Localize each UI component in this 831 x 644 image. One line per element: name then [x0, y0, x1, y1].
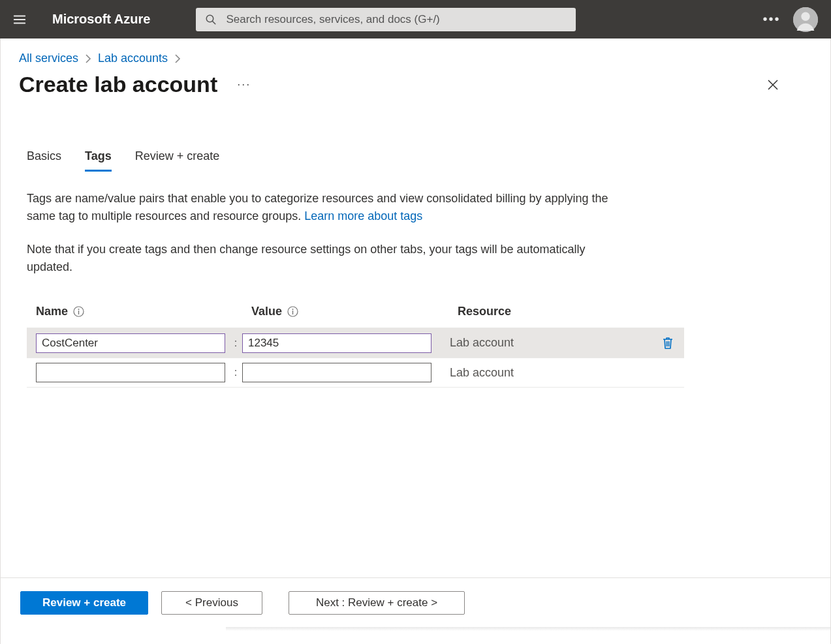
svg-point-3: [801, 12, 809, 20]
more-icon: ···: [237, 78, 251, 91]
svg-point-5: [78, 309, 80, 310]
tab-review[interactable]: Review + create: [135, 149, 220, 172]
delete-tag-button[interactable]: [651, 336, 684, 350]
tabs: Basics Tags Review + create: [1, 97, 830, 172]
close-button[interactable]: [763, 75, 783, 95]
previous-button[interactable]: < Previous: [161, 591, 262, 615]
tag-resource-label: Lab account: [435, 366, 651, 380]
info-icon[interactable]: [73, 306, 84, 317]
page-title: Create lab account: [19, 72, 217, 97]
info-icon[interactable]: [287, 306, 298, 317]
tag-name-input[interactable]: [36, 333, 225, 353]
svg-point-8: [292, 309, 294, 310]
svg-rect-6: [78, 311, 79, 314]
svg-line-1: [213, 21, 216, 24]
tag-resource-label: Lab account: [435, 336, 651, 350]
tab-tags[interactable]: Tags: [85, 149, 112, 172]
tag-row: : Lab account: [27, 328, 684, 358]
hamburger-menu-button[interactable]: [0, 0, 39, 38]
tags-table: Name Value Resource :: [27, 305, 684, 388]
footer-shadow: [226, 627, 830, 631]
breadcrumb-all-services[interactable]: All services: [19, 52, 78, 65]
hamburger-icon: [12, 12, 27, 27]
col-header-name: Name: [36, 305, 68, 318]
trash-icon: [661, 336, 674, 350]
global-search-input[interactable]: [226, 13, 567, 26]
tab-basics[interactable]: Basics: [27, 149, 61, 172]
tag-row: : Lab account: [27, 358, 684, 388]
chevron-right-icon: [174, 54, 181, 63]
svg-rect-9: [292, 311, 293, 314]
colon-separator: :: [229, 367, 242, 378]
footer: Review + create < Previous Next : Review…: [1, 577, 830, 627]
col-header-value: Value: [251, 305, 282, 318]
topbar-more-button[interactable]: •••: [757, 0, 787, 38]
title-more-button[interactable]: ···: [237, 78, 251, 91]
tags-table-header: Name Value Resource: [27, 305, 684, 328]
content-area: All services Lab accounts Create lab acc…: [0, 38, 831, 644]
avatar-icon: [793, 7, 818, 32]
breadcrumb-lab-accounts[interactable]: Lab accounts: [98, 52, 168, 65]
search-icon: [205, 14, 217, 25]
chevron-right-icon: [85, 54, 91, 63]
learn-more-link[interactable]: Learn more about tags: [304, 209, 422, 222]
tag-value-input[interactable]: [242, 333, 431, 353]
tags-description: Tags are name/value pairs that enable yo…: [1, 172, 693, 225]
more-icon: •••: [762, 12, 780, 27]
close-icon: [766, 78, 779, 91]
title-row: Create lab account ···: [1, 69, 830, 97]
brand-label: Microsoft Azure: [52, 12, 150, 27]
col-header-resource: Resource: [458, 305, 511, 318]
topbar: Microsoft Azure •••: [0, 0, 831, 38]
account-avatar[interactable]: [793, 7, 818, 32]
tag-name-input[interactable]: [36, 363, 225, 382]
next-button[interactable]: Next : Review + create >: [289, 591, 465, 615]
review-create-button[interactable]: Review + create: [20, 591, 148, 615]
global-search[interactable]: [196, 8, 576, 31]
tags-note: Note that if you create tags and then ch…: [1, 225, 693, 276]
tag-value-input[interactable]: [242, 363, 431, 382]
breadcrumb: All services Lab accounts: [1, 38, 830, 69]
colon-separator: :: [229, 337, 242, 349]
